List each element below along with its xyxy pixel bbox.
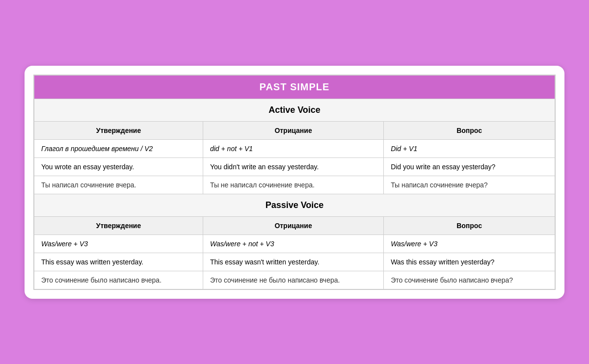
active-formula-1: did + not + V1 xyxy=(203,139,383,157)
passive-voice-header-row: Passive Voice xyxy=(34,194,555,216)
passive-voice-section-label: Passive Voice xyxy=(34,194,555,216)
active-voice-section-label: Active Voice xyxy=(34,99,555,121)
passive-col-header-1: Отрицание xyxy=(203,216,383,234)
active-example-en-row: You wrote an essay yesterday. You didn't… xyxy=(34,157,555,176)
passive-formula-2: Was/were + V3 xyxy=(384,234,555,253)
active-formula-0: Глагол в прошедшем времени / V2 xyxy=(34,139,203,157)
active-formula-row: Глагол в прошедшем времени / V2 did + no… xyxy=(34,139,555,157)
active-example-en-1: You didn't write an essay yesterday. xyxy=(203,157,383,176)
passive-example-ru-1: Это сочинение не было написано вчера. xyxy=(203,271,383,289)
active-col-header-1: Отрицание xyxy=(203,121,383,139)
passive-example-en-row: This essay was written yesterday. This e… xyxy=(34,253,555,271)
passive-formula-1: Was/were + not + V3 xyxy=(203,234,383,253)
title-row: PAST SIMPLE xyxy=(34,75,555,99)
active-example-ru-0: Ты написал сочинение вчера. xyxy=(34,176,203,194)
active-example-en-0: You wrote an essay yesterday. xyxy=(34,157,203,176)
passive-formula-row: Was/were + V3 Was/were + not + V3 Was/we… xyxy=(34,234,555,253)
passive-example-ru-0: Это сочинение было написано вчера. xyxy=(34,271,203,289)
passive-col-header-0: Утверждение xyxy=(34,216,203,234)
passive-example-en-1: This essay wasn't written yesterday. xyxy=(203,253,383,271)
active-formula-2: Did + V1 xyxy=(384,139,555,157)
active-col-header-0: Утверждение xyxy=(34,121,203,139)
active-example-en-2: Did you write an essay yesterday? xyxy=(384,157,555,176)
title: PAST SIMPLE xyxy=(34,75,555,99)
passive-example-en-0: This essay was written yesterday. xyxy=(34,253,203,271)
active-col-header-2: Вопрос xyxy=(384,121,555,139)
card: PAST SIMPLE Active Voice Утверждение Отр… xyxy=(25,66,564,299)
passive-example-ru-2: Это сочинение было написано вчера? xyxy=(384,271,555,289)
active-voice-col-headers: Утверждение Отрицание Вопрос xyxy=(34,121,555,139)
main-table: PAST SIMPLE Active Voice Утверждение Отр… xyxy=(33,75,556,290)
passive-example-en-2: Was this essay written yesterday? xyxy=(384,253,555,271)
active-voice-header-row: Active Voice xyxy=(34,99,555,121)
active-example-ru-1: Ты не написал сочинение вчера. xyxy=(203,176,383,194)
active-example-ru-2: Ты написал сочинение вчера? xyxy=(384,176,555,194)
passive-voice-col-headers: Утверждение Отрицание Вопрос xyxy=(34,216,555,234)
passive-formula-0: Was/were + V3 xyxy=(34,234,203,253)
active-example-ru-row: Ты написал сочинение вчера. Ты не написа… xyxy=(34,176,555,194)
passive-col-header-2: Вопрос xyxy=(384,216,555,234)
passive-example-ru-row: Это сочинение было написано вчера. Это с… xyxy=(34,271,555,289)
